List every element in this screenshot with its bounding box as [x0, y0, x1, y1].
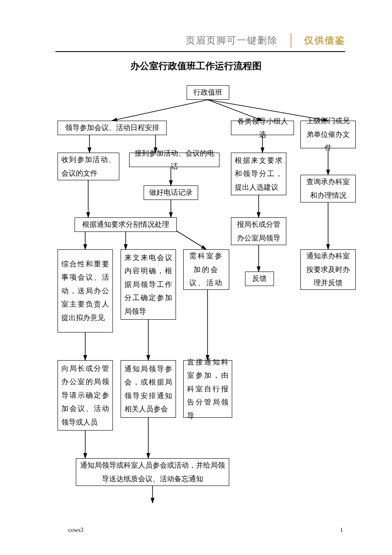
header-side-text: 仅供借鉴: [304, 34, 345, 47]
node-c3: 根据来文要求和领导分工，提出人选建议: [231, 153, 286, 195]
node-b3: 上级部门或兄弟单位催办文件: [300, 121, 356, 148]
node-c2: 接到参加活动、会议的电话: [129, 153, 219, 167]
node-d1: 做好电话记录: [144, 185, 198, 200]
node-e2: 报局长或分管办公室局领导: [231, 217, 286, 245]
node-c1: 收到参加活动、会议的文件: [58, 153, 119, 180]
header-rule: [55, 51, 345, 52]
node-g1: 向局长或分管办公室的局领导请示确定参加会议、活动领导或人员: [58, 360, 113, 431]
node-b2: 各类领导小组人选: [231, 121, 294, 135]
node-b1: 领导参加会议、活动日程安排: [58, 121, 167, 135]
node-f3: 需科室参加的会议、活动: [183, 249, 229, 290]
svg-line-0: [112, 100, 208, 121]
node-g3: 直接通知科室参加，由科室自行报告分管局领导: [183, 360, 232, 418]
node-f4: 反馈: [245, 272, 274, 286]
header-main-text: 页眉页脚可一键删除: [186, 34, 278, 47]
diagram-title: 办公室行政值班工作运行流程图: [0, 60, 392, 72]
node-root: 行政值班: [187, 85, 229, 100]
node-f1: 综合性和重要事项会议、活动，送局办公室主要负责人提出拟办意见: [58, 249, 113, 332]
node-f2: 来文来电会议内容明确，根据局领导工作分工确定参加局领导: [121, 249, 176, 320]
node-e1: 根据通知要求分别情况处理: [75, 217, 177, 232]
node-c4: 查询承办科室和办理情况: [300, 175, 356, 202]
footer-page-number: 1: [340, 527, 343, 534]
node-h1: 通知局领导或科室人员参会或活动，并给局领导送达纸质会议、活动备忘通知: [76, 458, 229, 486]
node-e3: 通知承办科室按要求及时办理并反馈: [300, 249, 356, 290]
document-page: 页眉页脚可一键删除 仅供借鉴 办公室行政值班工作运行流程图 行政值班 领导参加会…: [0, 0, 392, 555]
header-divider: [291, 33, 291, 48]
footer-left: cows3: [68, 527, 84, 534]
node-g2: 通知局领导参会，或根据局领导安排通知相关人员参会: [121, 360, 176, 418]
svg-line-14: [177, 231, 206, 249]
page-header: 页眉页脚可一键删除 仅供借鉴: [55, 33, 345, 48]
